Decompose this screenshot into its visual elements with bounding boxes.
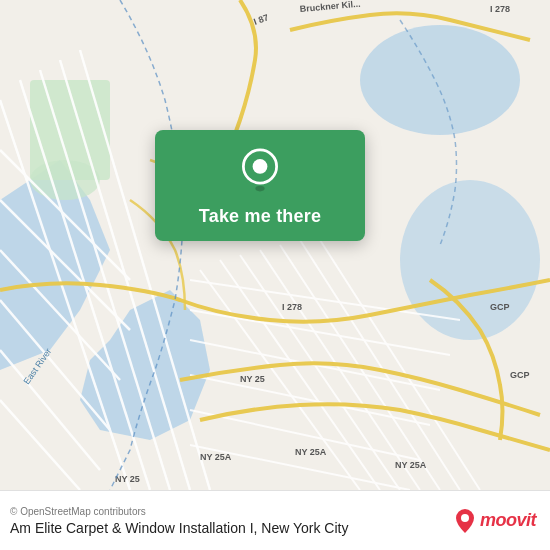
map-svg: I 87 Bruckner Kil... I 278 I 278 NY 25 N… (0, 0, 550, 490)
take-me-there-button-label: Take me there (199, 206, 321, 227)
svg-text:NY 25A: NY 25A (200, 452, 232, 462)
svg-point-46 (461, 514, 469, 522)
bottom-left: © OpenStreetMap contributors Am Elite Ca… (10, 506, 348, 536)
moovit-logo: moovit (454, 507, 536, 535)
svg-text:GCP: GCP (490, 302, 510, 312)
svg-text:I 278: I 278 (490, 4, 510, 14)
svg-text:NY 25A: NY 25A (395, 460, 427, 470)
bottom-bar: © OpenStreetMap contributors Am Elite Ca… (0, 490, 550, 550)
svg-point-6 (30, 160, 100, 200)
svg-text:GCP: GCP (510, 370, 530, 380)
place-name: Am Elite Carpet & Window Installation I,… (10, 520, 348, 536)
svg-point-3 (360, 25, 520, 135)
svg-point-45 (255, 186, 264, 192)
map-container: I 87 Bruckner Kil... I 278 I 278 NY 25 N… (0, 0, 550, 490)
location-pin-icon (236, 148, 284, 196)
svg-text:NY 25: NY 25 (240, 374, 265, 384)
moovit-brand-text: moovit (480, 510, 536, 531)
take-me-there-card[interactable]: Take me there (155, 130, 365, 241)
osm-credit: © OpenStreetMap contributors (10, 506, 348, 517)
svg-text:I 278: I 278 (282, 302, 302, 312)
svg-text:NY 25A: NY 25A (295, 447, 327, 457)
moovit-pin-icon (454, 507, 476, 535)
svg-text:NY 25: NY 25 (115, 474, 140, 484)
